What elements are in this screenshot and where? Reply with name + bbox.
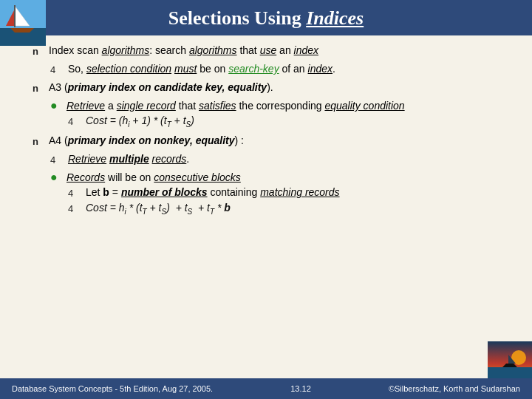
title-bar: Selections Using Indices	[0, 0, 532, 35]
footer-left: Database System Concepts - 5th Edition, …	[12, 384, 213, 393]
diamond-bullet-3: 4	[50, 154, 62, 166]
circle-bullet-2: ●	[50, 171, 61, 183]
item-3-text: A4 (primary index on nonkey, equality) :	[49, 134, 244, 146]
sailboat-decoration	[0, 0, 46, 46]
corner-image	[488, 341, 532, 378]
item-2-text: A3 (primary index on candidate key, equa…	[49, 81, 273, 93]
diamond-bullet-2: 4	[68, 116, 80, 127]
item-3-sub-3-text: Let b = number of blocks containing matc…	[86, 186, 340, 198]
item-3-sub-2-text: Records will be on consecutive blocks	[66, 171, 241, 183]
item-2: n A3 (primary index on candidate key, eq…	[33, 81, 517, 94]
diamond-bullet-1: 4	[50, 64, 62, 75]
circle-bullet-1: ●	[50, 100, 61, 112]
item-3: n A4 (primary index on nonkey, equality)…	[33, 134, 517, 147]
footer-right: ©Silberschatz, Korth and Sudarshan	[389, 384, 520, 393]
slide-content: n Index scan algorithms: search algorith…	[0, 35, 532, 378]
bullet-3: n	[33, 136, 43, 147]
item-3-sub-1-text: Retrieve multiple records.	[68, 153, 189, 165]
item-1: n Index scan algorithms: search algorith…	[33, 44, 517, 57]
slide-title: Selections Using Indices	[15, 7, 517, 30]
item-2-sub-2: 4 Cost = (hi + 1) * (tT + tS)	[68, 115, 517, 129]
title-prefix: Selections Using	[168, 7, 306, 29]
formula-2: Cost = hi * (tT + tS) + tS + tT * b	[86, 202, 231, 216]
diamond-bullet-5: 4	[68, 203, 80, 214]
item-1-sub-1: 4 So, selection condition must be on sea…	[50, 63, 517, 75]
item-1-text: Index scan algorithms: search algorithms…	[49, 44, 318, 56]
item-3-sub-3: 4 Let b = number of blocks containing ma…	[68, 186, 517, 199]
item-3-sub-4: 4 Cost = hi * (tT + tS) + tS + tT * b	[68, 202, 517, 216]
svg-rect-8	[488, 367, 532, 378]
diamond-bullet-4: 4	[68, 188, 80, 199]
item-2-sub-1-text: Retrieve a single record that satisfies …	[66, 100, 405, 112]
formula-1: Cost = (hi + 1) * (tT + tS)	[86, 115, 194, 129]
slide: Selections Using Indices n Index scan al…	[0, 0, 532, 399]
svg-rect-4	[14, 5, 16, 27]
footer: Database System Concepts - 5th Edition, …	[0, 378, 532, 399]
item-3-sub-2: ● Records will be on consecutive blocks	[50, 171, 517, 183]
footer-center: 13.12	[290, 384, 311, 393]
bullet-1: n	[33, 46, 43, 57]
item-2-sub-1: ● Retrieve a single record that satisfie…	[50, 100, 517, 112]
title-emphasis: Indices	[306, 7, 364, 29]
item-3-sub-1: 4 Retrieve multiple records.	[50, 153, 517, 166]
item-1-sub-1-text: So, selection condition must be on searc…	[68, 63, 335, 75]
bullet-2: n	[33, 83, 43, 94]
